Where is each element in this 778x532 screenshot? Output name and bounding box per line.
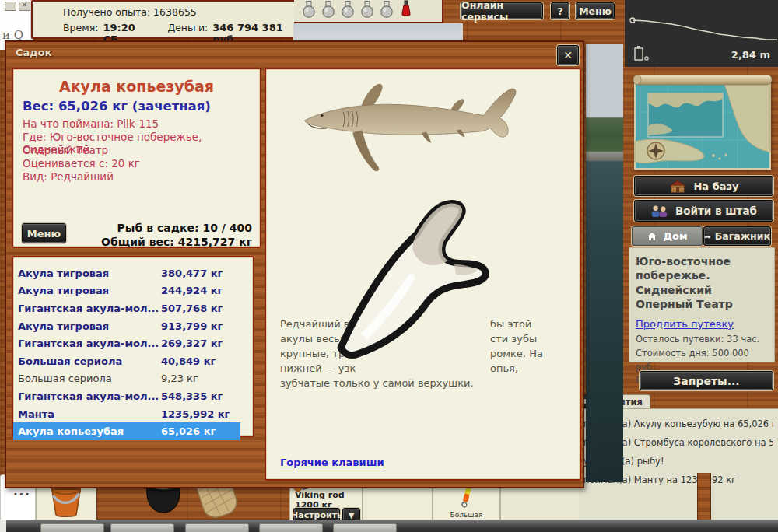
description-line: зубчатые только у самой верхушки.	[280, 376, 474, 390]
taskbar-button[interactable]	[333, 523, 397, 532]
flask-icon[interactable]	[339, 0, 356, 22]
fish-row-name: Гигантская акула-мол...	[18, 390, 161, 402]
bait-line: На что поймана: Pilk-115	[23, 117, 159, 130]
location-map[interactable]	[633, 75, 773, 171]
cabin-icon	[668, 180, 687, 193]
red-flask-icon[interactable]	[398, 0, 415, 22]
flask-icon[interactable]	[300, 0, 317, 22]
fish-row-weight: 548,335 кг	[161, 390, 223, 402]
fish-row[interactable]: Гигантская акула-мол...269,327 кг	[13, 334, 240, 352]
score-from-line: Оценивается с: 20 кг	[23, 157, 140, 170]
home-label: Дом	[663, 230, 687, 242]
fish-row[interactable]: Манта1235,992 кг	[13, 405, 240, 423]
experience-line: Получено опыта: 1638655	[63, 6, 197, 18]
fish-row-weight: 65,026 кг	[161, 425, 216, 437]
to-base-label: На базу	[693, 180, 738, 192]
description-line: сти зубы	[490, 331, 543, 346]
fish-list-panel: Акула тигровая380,477 кгАкула тигровая24…	[12, 256, 254, 437]
hotkeys-link[interactable]: Горячие клавиши	[280, 457, 384, 468]
status-panel: Получено опыта: 1638655 Время: 19:20 СБ …	[31, 0, 297, 39]
car-icon	[704, 233, 711, 240]
rarity-line: Вид: Редчайший	[23, 170, 114, 183]
shark-tooth-image	[330, 186, 497, 369]
fish-row-weight: 507,768 кг	[161, 303, 223, 314]
people-icon	[650, 205, 669, 217]
fish-row-name: Акула тигровая	[18, 268, 161, 279]
description-line: бы этой	[490, 317, 543, 331]
fish-row-weight: 913,799 кг	[161, 320, 223, 332]
flask-icon[interactable]	[359, 0, 376, 22]
fish-row-weight: 40,849 кг	[161, 355, 216, 367]
wood-divider	[697, 473, 711, 521]
fish-row-name: Манта	[18, 408, 161, 420]
fish-view-panel: Редчайший виакулы весьмакрупные, тренижн…	[265, 68, 581, 481]
flask-icon[interactable]	[378, 0, 395, 22]
main-menu-button[interactable]: Меню	[576, 2, 615, 19]
taskbar	[0, 520, 778, 532]
extend-ticket-link[interactable]: Продлить путевку	[636, 318, 734, 330]
fish-row[interactable]: Гигантская акула-мол...548,335 кг	[13, 387, 240, 405]
online-services-button[interactable]: Онлайн сервисы	[461, 2, 543, 19]
trunk-label: Багажник	[715, 230, 770, 242]
money-label: Деньги:	[167, 22, 208, 33]
home-button[interactable]: Дом	[632, 226, 703, 246]
fish-row[interactable]: Большая сериола9,23 кг	[13, 370, 240, 388]
home-icon	[647, 232, 657, 241]
keepnet-total-weight: Общий вес: 4215,727 кг	[101, 236, 252, 248]
depth-profile-chart: 2,84 m	[625, 0, 778, 67]
fish-row-name: Гигантская акула-мол...	[18, 303, 161, 314]
description-line	[490, 376, 543, 390]
fish-row[interactable]: Акула копьезубая65,026 кг	[13, 422, 240, 440]
fish-row-weight: 1235,992 кг	[161, 408, 230, 420]
enter-staff-button[interactable]: Войти в штаб	[634, 200, 773, 222]
day-cost: Стоимость дня: 500 000 руб.	[636, 347, 768, 375]
ticket-time-left: Осталось путевки: 33 час.	[636, 333, 768, 347]
dialog-title: Садок	[16, 47, 52, 58]
window-close-icon[interactable]: ✕	[19, 2, 30, 11]
fish-row-name: Большая сериола	[18, 355, 161, 367]
keepnet-dialog: Садок ✕ Акула копьезубая Вес: 65,026 кг …	[5, 40, 584, 488]
fish-row[interactable]: Акула тигровая244,924 кг	[13, 282, 240, 300]
fish-weight-line: Вес: 65,026 кг (зачетная)	[23, 99, 211, 114]
fish-row-weight: 244,924 кг	[161, 285, 223, 296]
description-line: опья,	[490, 361, 543, 376]
taskbar-button[interactable]	[259, 523, 323, 532]
fish-row-name: Акула тигровая	[18, 320, 161, 332]
fish-row-name: Большая сериола	[18, 373, 161, 384]
fish-row-weight: 9,23 кг	[161, 373, 198, 384]
time-label: Время:	[63, 22, 98, 33]
shark-image	[283, 77, 540, 177]
scene-view	[586, 44, 623, 482]
taskbar-button[interactable]	[40, 523, 104, 532]
fish-name: Акула копьезубая	[13, 78, 260, 95]
description-right-fragments: бы этойсти зубыромке. Наопья,	[490, 317, 543, 390]
keepnet-count: Рыб в садке: 10 / 400	[117, 222, 252, 234]
fish-row-name: Акула копьезубая	[18, 425, 161, 437]
fish-row[interactable]: Акула тигровая913,799 кг	[13, 317, 240, 335]
taskbar-button[interactable]	[110, 523, 174, 532]
compass-rose-icon	[647, 142, 664, 159]
rod-name: Viking rod	[295, 490, 345, 500]
close-button[interactable]: ✕	[557, 45, 579, 65]
game-screen: ✕ и Q ... Viking r	[0, 0, 778, 532]
taskbar-button[interactable]	[185, 523, 249, 532]
fish-row[interactable]: Гигантская акула-мол...507,768 кг	[13, 299, 240, 317]
fish-row[interactable]: Большая сериола40,849 кг	[13, 352, 240, 370]
fish-row-weight: 269,327 кг	[161, 338, 223, 349]
to-base-button[interactable]: На базу	[634, 176, 773, 196]
trunk-button[interactable]: Багажник	[703, 226, 771, 246]
location-title: Юго-восточное побережье. Сиднейский Опер…	[636, 254, 768, 312]
description-line: ромке. На	[490, 346, 543, 361]
taskbar-edge	[0, 520, 6, 532]
bans-button[interactable]: Запреты...	[640, 371, 773, 390]
consumables-strip	[294, 0, 443, 23]
fish-row-name: Акула тигровая	[18, 285, 161, 296]
fish-row[interactable]: Акула тигровая380,477 кг	[13, 264, 240, 282]
lure-label: Большая	[433, 511, 499, 519]
keepnet-menu-button[interactable]: Меню	[22, 223, 66, 243]
help-button[interactable]: ?	[551, 2, 569, 19]
flask-icon[interactable]	[320, 0, 337, 22]
window-restore-icon[interactable]	[5, 2, 16, 11]
location-info-panel: Юго-восточное побережье. Сиднейский Опер…	[629, 247, 775, 362]
battery-icon	[635, 46, 648, 60]
